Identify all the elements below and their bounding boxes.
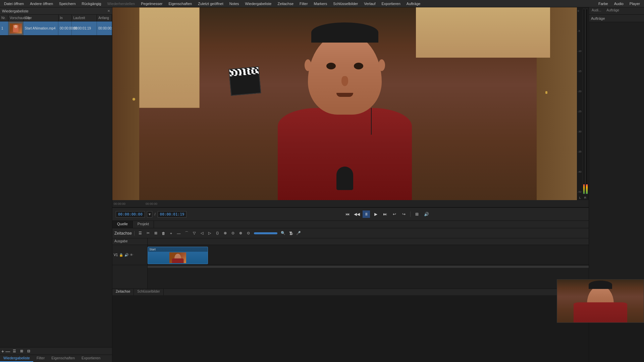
tl-down-button[interactable]: ▽: [191, 230, 198, 237]
right-column: Audi... Aufträge Aufträge ≡: [589, 7, 644, 362]
timeline-toolbar: Zeitachse ☰ ✂ ⊞ 🗑 + — ⌒ ▽ ◁ ▷ ⟨⟩ ⊗ ⊙ ⊕ ⊙…: [112, 228, 589, 238]
menu-zuletzt[interactable]: Zuletzt geöffnet: [195, 1, 226, 6]
menu-markers[interactable]: Markers: [311, 1, 330, 6]
menu-audio[interactable]: Audio: [611, 1, 626, 6]
track-eye-icon[interactable]: 👁: [130, 253, 133, 257]
tl-delete-button[interactable]: 🗑: [160, 230, 167, 237]
tl-cut-button[interactable]: ✂: [145, 230, 151, 237]
thumb-person: [13, 25, 18, 32]
tl-snap-button[interactable]: ⊙: [229, 230, 236, 237]
person-eye-right: [354, 63, 363, 69]
tl-menu-button[interactable]: ☰: [137, 230, 144, 237]
tab-wiedergabeliste[interactable]: Wiedergabeliste: [0, 355, 33, 362]
mic-body: [336, 167, 353, 190]
menu-verlauf[interactable]: Verlauf: [361, 1, 378, 6]
scale-35: -35: [578, 150, 582, 153]
tab-audio-meter[interactable]: Audi...: [589, 7, 604, 14]
scrubber-area[interactable]: 00:00:00 00:00:00: [112, 200, 589, 207]
menu-eigenschaften[interactable]: Eigenschaften: [166, 1, 195, 6]
tab-quelle[interactable]: Quelle: [112, 221, 133, 228]
bottom-tabs-bar: Wiedergabeliste Filter Eigenschaften Exp…: [0, 355, 112, 362]
tl-copy-button[interactable]: ⊞: [152, 230, 159, 237]
go-to-start-button[interactable]: ⏮: [344, 210, 351, 218]
playlist-close-button[interactable]: ✕: [107, 9, 110, 13]
playlist-icon-button[interactable]: ⊟: [26, 349, 32, 353]
cabinet-left: [139, 7, 200, 108]
track-labels: Ausgabe V1 🔒 🔊 👁: [112, 238, 148, 295]
toolbar-divider: [134, 231, 135, 236]
menu-wiedergabeliste[interactable]: Wiedergabeliste: [243, 1, 274, 6]
rewind-button[interactable]: ◀◀: [353, 210, 361, 218]
playlist-grid-button[interactable]: ⊞: [19, 349, 24, 353]
label-r: R: [584, 196, 587, 199]
volume-button[interactable]: 🔊: [423, 210, 430, 218]
zoom-bar[interactable]: [254, 232, 277, 234]
tl-split-button[interactable]: ⟨⟩: [214, 230, 221, 237]
track-lock-icon[interactable]: 🔒: [119, 253, 123, 257]
loop-end-button[interactable]: ↪: [400, 210, 408, 218]
menu-pegelmesser[interactable]: Pegelmesser: [138, 1, 165, 6]
main-layout: Wiedergabeliste ✕ Nr. Vorschaubilder Cli…: [0, 7, 644, 362]
menu-zeitachse[interactable]: Zeitachse: [275, 1, 296, 6]
menu-ruckgangig[interactable]: Rückgängig: [79, 1, 104, 6]
tl-zoomin-button[interactable]: 🔍: [280, 230, 286, 237]
tab-filter[interactable]: Filter: [33, 355, 48, 362]
tl-prev-button[interactable]: ◁: [199, 230, 205, 237]
playlist-row[interactable]: 1 Start ANimation.mp4 00:00:00:00 00:00:…: [0, 21, 112, 36]
menu-filter[interactable]: Filter: [297, 1, 310, 6]
menu-andere-offnen[interactable]: Andere öffnen: [27, 1, 56, 6]
col-header-clip: Clip: [23, 15, 59, 21]
track-audio-icon[interactable]: 🔊: [124, 253, 128, 257]
playback-controls: 00:00:00:00 ▼ / 00:00:01:19 ⏮ ◀◀ ⏸ ▶ ⏭ ↩…: [112, 207, 589, 221]
timeline-scrollbar[interactable]: [148, 265, 589, 268]
tl-add-button[interactable]: +: [168, 230, 174, 237]
pause-button[interactable]: ⏸: [363, 210, 370, 218]
person-body: [278, 108, 412, 200]
tl-target-button[interactable]: ⊙: [245, 230, 252, 237]
playlist-view-button[interactable]: ☰: [11, 349, 17, 353]
playlist-empty-area: [0, 36, 112, 347]
cell-thumb: [8, 21, 23, 35]
tab-auftrage-right[interactable]: Aufträge: [604, 7, 622, 14]
grid-button[interactable]: ⊞: [413, 210, 421, 218]
tl-link-button[interactable]: ⊗: [222, 230, 228, 237]
playlist-title: Wiedergabeliste: [2, 9, 29, 13]
tl-fit-button[interactable]: 🗜: [287, 230, 294, 237]
menu-player[interactable]: Player: [627, 1, 643, 6]
menu-datei-offnen[interactable]: Datei öffnen: [1, 1, 26, 6]
ruler-tick-0: 00:00:00: [114, 202, 146, 205]
tl-mic-button[interactable]: 🎤: [295, 230, 302, 237]
video-person: [244, 22, 445, 200]
bottom-right-container: ≡: [589, 315, 644, 362]
tl-curve-button[interactable]: ⌒: [183, 230, 190, 237]
current-timecode: 00:00:00:00: [116, 211, 145, 218]
tab-eigenschaften[interactable]: Eigenschaften: [48, 355, 78, 362]
menu-notes[interactable]: Notes: [227, 1, 242, 6]
tab-projekt[interactable]: Projekt: [133, 221, 154, 228]
timecode-dropdown[interactable]: ▼: [147, 211, 153, 218]
track-clip-v1[interactable]: Start: [148, 247, 208, 264]
loop-button[interactable]: ↩: [391, 210, 398, 218]
menu-exportieren[interactable]: Exportieren: [379, 1, 403, 6]
play-button[interactable]: ▶: [372, 210, 379, 218]
col-header-thumb: Vorschaubilder: [8, 15, 23, 21]
menu-auftrage[interactable]: Aufträge: [404, 1, 423, 6]
btab-schlusselbilder[interactable]: Schlüsselbilder: [134, 289, 163, 295]
lr-labels: L R: [577, 195, 589, 200]
btab-zeitachse[interactable]: Zeitachse: [112, 289, 134, 295]
menu-speichern[interactable]: Speichern: [56, 1, 78, 6]
meter-left: [583, 9, 585, 194]
tl-next-button[interactable]: ▷: [206, 230, 213, 237]
add-clip-button[interactable]: +: [1, 349, 4, 354]
go-to-end-button[interactable]: ⏭: [381, 210, 389, 218]
tl-remove-button[interactable]: —: [175, 230, 182, 237]
remove-clip-button[interactable]: —: [5, 349, 10, 354]
scrubber-ruler: 00:00:00 00:00:00: [112, 200, 589, 207]
timeline-title-label: Zeitachse: [114, 231, 132, 236]
video-area: 0 -5 -10 -15 -20 -25 -30 -35 -40 -50: [112, 7, 589, 200]
tl-ripple-button[interactable]: ⊕: [237, 230, 244, 237]
menu-wiederherstellen[interactable]: Wiederherstellen: [105, 1, 138, 6]
tab-exportieren[interactable]: Exportieren: [78, 355, 104, 362]
menu-schlusselbilder[interactable]: Schlüsselbilder: [330, 1, 361, 6]
menu-farbe[interactable]: Farbe: [596, 1, 611, 6]
